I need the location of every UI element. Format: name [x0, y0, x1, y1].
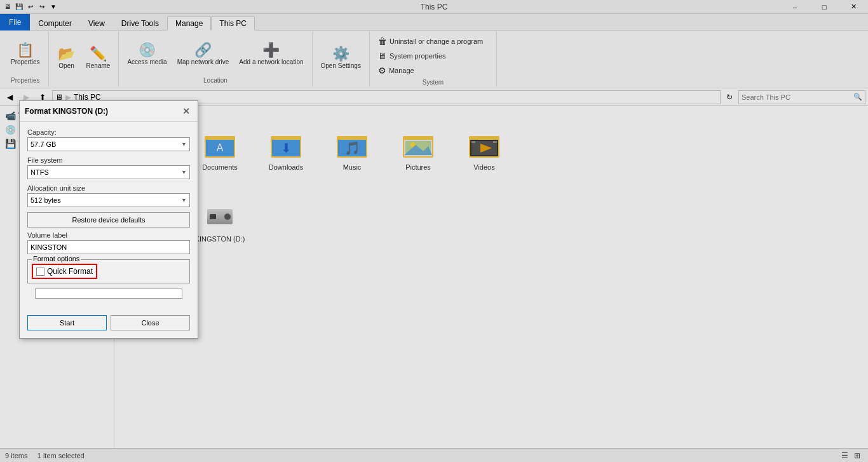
progress-area — [35, 289, 182, 299]
volume-label-group: Volume label — [27, 231, 190, 254]
format-dialog-title: Format KINGSTON (D:) — [25, 107, 108, 116]
allocation-label: Allocation unit size — [27, 184, 190, 192]
capacity-label: Capacity: — [27, 128, 190, 136]
restore-defaults-label: Restore device defaults — [72, 216, 146, 224]
quick-format-row: Quick Format — [32, 264, 97, 279]
volume-label-text: Volume label — [27, 231, 190, 239]
capacity-select[interactable]: 57.7 GB ▼ — [27, 137, 190, 151]
capacity-select-arrow: ▼ — [181, 141, 187, 147]
format-dialog-close-button[interactable]: ✕ — [180, 105, 193, 118]
file-system-select[interactable]: NTFS ▼ — [27, 165, 190, 179]
format-dialog: Format KINGSTON (D:) ✕ Capacity: 57.7 GB… — [19, 100, 198, 339]
format-options-group: Format options Quick Format — [27, 259, 190, 283]
file-system-select-arrow: ▼ — [181, 169, 187, 175]
restore-defaults-button[interactable]: Restore device defaults — [27, 212, 190, 228]
volume-label-input[interactable] — [27, 240, 190, 254]
allocation-value: 512 bytes — [31, 196, 61, 204]
allocation-select[interactable]: 512 bytes ▼ — [27, 193, 190, 207]
capacity-group: Capacity: 57.7 GB ▼ — [27, 128, 190, 151]
file-system-label: File system — [27, 156, 190, 164]
format-dialog-body: Capacity: 57.7 GB ▼ File system NTFS ▼ A… — [20, 122, 198, 310]
file-system-value: NTFS — [31, 168, 49, 176]
progress-bar-track — [35, 289, 182, 299]
quick-format-checkbox[interactable] — [36, 268, 44, 276]
format-dialog-title-bar: Format KINGSTON (D:) ✕ — [20, 101, 198, 122]
close-dialog-label: Close — [141, 319, 159, 327]
format-options-legend: Format options — [32, 255, 81, 262]
start-button[interactable]: Start — [27, 315, 107, 330]
close-dialog-button[interactable]: Close — [111, 315, 190, 330]
allocation-select-arrow: ▼ — [181, 197, 187, 203]
capacity-value: 57.7 GB — [31, 140, 56, 148]
allocation-group: Allocation unit size 512 bytes ▼ — [27, 184, 190, 207]
file-system-group: File system NTFS ▼ — [27, 156, 190, 179]
start-button-label: Start — [60, 319, 74, 327]
format-dialog-footer: Start Close — [20, 315, 198, 338]
quick-format-label: Quick Format — [47, 267, 93, 276]
